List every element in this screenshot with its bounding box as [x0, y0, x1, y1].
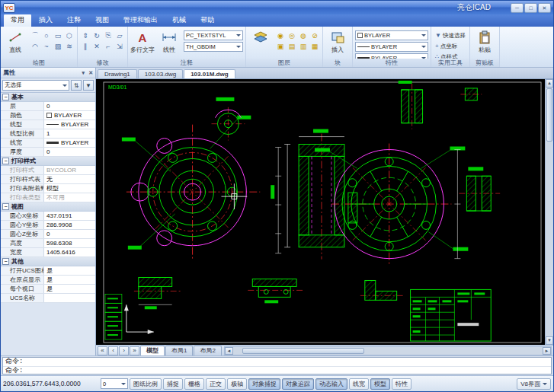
first-tab-button[interactable]: «	[98, 346, 107, 355]
grid-toggle[interactable]: 栅格	[184, 378, 204, 390]
object-color-combo[interactable]: BYLAYER	[355, 30, 428, 40]
collapse-icon[interactable]: −	[2, 258, 9, 265]
offset-tool-icon[interactable]: ∥	[80, 41, 91, 51]
point-coordinate-button[interactable]: +点坐标	[434, 41, 467, 51]
layer-isolate-icon[interactable]: ▣	[275, 41, 286, 51]
cad-drawing[interactable]: MD3/01	[96, 79, 545, 345]
tab-help[interactable]: 帮助	[194, 14, 221, 27]
tab-view[interactable]: 视图	[88, 14, 116, 27]
arc-tool-icon[interactable]: ⌒	[30, 30, 40, 40]
tab-insert[interactable]: 插入	[32, 14, 59, 27]
clipboard-panel-label[interactable]: 剪贴板	[470, 59, 499, 67]
layer-panel-label[interactable]: 图层	[246, 59, 322, 67]
annotate-panel-label[interactable]: 注释	[128, 59, 245, 67]
tab-annotate[interactable]: 注释	[60, 14, 88, 27]
properties-panel-label[interactable]: 特性	[353, 59, 431, 67]
osnap-toggle[interactable]: 对象捕捉	[248, 378, 280, 390]
document-tab[interactable]: Drawing1	[98, 69, 137, 78]
properties-palette-header[interactable]: 属性 ▾ ✕	[1, 68, 95, 78]
section-plot-style[interactable]: −打印样式	[1, 157, 95, 166]
collapse-icon[interactable]: −	[2, 203, 9, 210]
line-tool-button[interactable]: 直线	[3, 28, 27, 54]
modify-panel-label[interactable]: 修改	[78, 59, 127, 67]
layer-freeze-icon[interactable]: ◍	[298, 30, 309, 40]
toggle-pickadd-button[interactable]: ⇅	[71, 80, 82, 91]
hatch-tool-icon[interactable]: ▨	[53, 41, 63, 51]
layer-off-icon[interactable]: ◎	[287, 30, 297, 40]
move-tool-icon[interactable]: ⇕	[80, 30, 91, 40]
scroll-down-icon[interactable]: ▼	[546, 336, 553, 345]
maximize-button[interactable]: □	[524, 3, 537, 13]
palette-close-icon[interactable]: ✕	[88, 70, 93, 76]
properties-toggle[interactable]: 特性	[392, 378, 411, 390]
tab-manage-output[interactable]: 管理和输出	[117, 14, 165, 27]
next-tab-button[interactable]: ›	[119, 346, 129, 355]
scroll-up-icon[interactable]: ▲	[546, 79, 553, 88]
copy-tool-icon[interactable]: ⎘	[103, 30, 114, 40]
palette-menu-icon[interactable]: ▾	[82, 70, 85, 76]
layer-on-icon[interactable]: ◉	[275, 30, 286, 40]
section-general[interactable]: −基本	[1, 93, 95, 102]
tab-home[interactable]: 常用	[4, 14, 31, 27]
layout2-tab[interactable]: 布局2	[194, 346, 221, 355]
utilities-panel-label[interactable]: 实用工具	[431, 59, 469, 67]
polar-toggle[interactable]: 极轴	[227, 378, 247, 390]
ortho-toggle[interactable]: 正交	[206, 378, 226, 390]
insert-block-button[interactable]: 插入	[325, 28, 350, 54]
text-style-combo[interactable]: PC_TEXTSTYL	[184, 30, 243, 40]
section-view[interactable]: −视图	[1, 202, 95, 212]
selection-combo[interactable]: 无选择	[2, 80, 69, 91]
model-toggle[interactable]: 模型	[370, 378, 390, 390]
polygon-tool-icon[interactable]: ⬡	[64, 30, 75, 40]
layer-state-icon[interactable]: ▦	[309, 41, 320, 51]
object-linetype-combo[interactable]: BYLAYER	[355, 42, 428, 52]
section-misc[interactable]: −其他	[1, 257, 95, 266]
paste-button[interactable]: 粘贴	[472, 28, 497, 54]
minimize-button[interactable]: ─	[511, 3, 524, 13]
scroll-left-icon[interactable]: ◄	[225, 347, 233, 355]
layer-match-icon[interactable]: ▤	[287, 41, 297, 51]
dim-style-combo[interactable]: TH_GBDIM	[184, 42, 243, 52]
vertical-scrollbar[interactable]: ▲ ▼	[545, 79, 553, 345]
collapse-icon[interactable]: −	[2, 158, 9, 164]
command-input-line[interactable]: 命令:	[3, 367, 551, 375]
command-box[interactable]: 命令: 命令:	[2, 357, 552, 374]
close-button[interactable]: ✕	[538, 3, 551, 13]
quick-select-button[interactable]: ▼快速选择	[434, 30, 467, 40]
linear-dimension-button[interactable]: 线性	[157, 28, 181, 54]
dynamic-input-toggle[interactable]: 动态输入	[315, 378, 347, 390]
drawing-canvas[interactable]: MD3/01	[96, 79, 545, 345]
rectangle-tool-icon[interactable]: ▭	[53, 30, 63, 40]
vertical-scroll-thumb[interactable]	[546, 88, 552, 142]
scale-combo[interactable]: 0	[101, 378, 128, 389]
rotate-tool-icon[interactable]: ↻	[91, 30, 102, 40]
otrack-toggle[interactable]: 对象追踪	[282, 378, 314, 390]
model-tab[interactable]: 模型	[140, 346, 165, 355]
tab-mechanical[interactable]: 机械	[165, 14, 193, 27]
collapse-icon[interactable]: −	[2, 94, 9, 100]
polyline-tool-icon[interactable]: ≋	[64, 41, 75, 51]
last-tab-button[interactable]: »	[130, 346, 139, 355]
quick-select-icon-button[interactable]: ▼	[83, 80, 94, 91]
paper-scale-button[interactable]: 图纸比例	[130, 378, 162, 390]
scroll-right-icon[interactable]: ►	[543, 347, 551, 355]
document-tab[interactable]: 103.03.dwg	[138, 69, 183, 78]
block-panel-label[interactable]: 块	[323, 59, 352, 67]
layer-prev-icon[interactable]: ▥	[298, 41, 309, 51]
mirror-tool-icon[interactable]: ▱	[114, 30, 125, 40]
scale-tool-icon[interactable]: ⇲	[114, 41, 125, 51]
horizontal-scrollbar[interactable]: ◄ ►	[224, 346, 552, 355]
layer-lock-icon[interactable]: ⊘	[309, 30, 320, 40]
circle-tool-icon[interactable]: ○	[41, 30, 52, 40]
snap-toggle[interactable]: 捕捉	[163, 378, 183, 390]
prev-tab-button[interactable]: ‹	[108, 346, 118, 355]
layer-properties-button[interactable]	[248, 28, 273, 45]
document-tab-active[interactable]: 103.01M.dwg	[184, 69, 235, 78]
spline-tool-icon[interactable]: ~	[41, 41, 52, 51]
ellipse-tool-icon[interactable]: ◠	[30, 41, 40, 51]
mtext-button[interactable]: A 多行文字	[130, 28, 155, 54]
horizontal-scroll-thumb[interactable]	[242, 348, 364, 354]
draw-panel-label[interactable]: 绘图	[1, 59, 77, 67]
vertical-scroll-track[interactable]	[546, 142, 553, 336]
title-bar[interactable]: YC 亮仓ICAD ─ □ ✕	[1, 1, 553, 14]
